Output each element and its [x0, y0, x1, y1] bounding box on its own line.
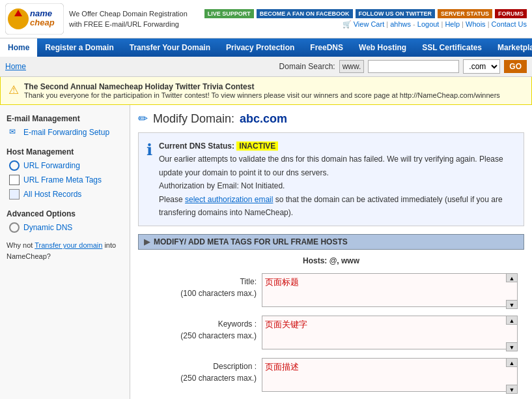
keywords-scroll-down[interactable]: ▼ — [506, 342, 518, 351]
section-header-label: MODIFY/ ADD META TAGS FOR URL FRAME HOST… — [154, 237, 348, 246]
nav-home[interactable]: Home — [0, 38, 37, 57]
alert-body: Thank you everyone for the participation… — [24, 91, 500, 99]
header-tagline: We Offer Cheap Domain Registration with … — [69, 8, 188, 30]
advanced-section-title: Advanced Options — [0, 205, 130, 220]
alert-title: The Second Annual Namecheap Holiday Twit… — [24, 82, 254, 91]
section-arrow-icon: ▶ — [144, 237, 150, 246]
description-label: Description : (250 characters max.) — [145, 358, 262, 384]
help-link[interactable]: Help — [445, 20, 460, 28]
title-row: Title: (100 characters max.) 页面标题 ▲ ▼ — [145, 273, 518, 309]
user-link[interactable]: ahhws — [390, 20, 411, 28]
dns-status-value: INACTIVE — [236, 141, 278, 151]
search-input[interactable] — [368, 60, 459, 73]
keywords-label: Keywords : (250 characters max.) — [145, 316, 262, 342]
dns-info-icon: ℹ — [147, 141, 152, 159]
alert-icon: ⚠ — [8, 83, 19, 97]
edit-icon: ✏ — [138, 111, 148, 126]
server-status-btn[interactable]: SERVER STATUS — [438, 9, 492, 18]
nav-privacy[interactable]: Privacy Protection — [218, 38, 302, 57]
sidebar-item-email-forwarding[interactable]: ✉ E-mail Forwarding Setup — [0, 125, 130, 140]
sidebar: E-mail Management ✉ E-mail Forwarding Se… — [0, 105, 130, 399]
title-label: Title: (100 characters max.) — [145, 273, 262, 299]
navbar: Home Register a Domain Transfer Your Dom… — [0, 38, 532, 57]
host-section-title: Host Management — [0, 143, 130, 158]
forums-btn[interactable]: FORUMS — [495, 9, 527, 18]
hosts-value: @, www — [329, 256, 359, 265]
title-field: 页面标题 ▲ ▼ — [262, 273, 518, 309]
sidebar-item-all-host-records[interactable]: All Host Records — [0, 187, 130, 201]
sidebar-item-dynamic-dns[interactable]: Dynamic DNS — [0, 220, 130, 235]
svg-text:name: name — [30, 8, 52, 18]
header-icons: LIVE SUPPORT BECOME A FAN ON FACEBOOK FO… — [204, 9, 527, 18]
content-area: ✏ Modify Domain: abc.com ℹ Current DNS S… — [130, 105, 532, 399]
nav-ssl[interactable]: SSL Certificates — [414, 38, 490, 57]
form-area: Hosts: @, www Title: (100 characters max… — [138, 256, 524, 394]
description-scrollbar: ▲ ▼ — [506, 358, 518, 394]
search-prefix: www. — [339, 60, 365, 73]
select-auth-email-link[interactable]: select authorization email — [185, 195, 273, 204]
dns-body-text: Our earlier attempts to validate the dns… — [159, 153, 516, 179]
facebook-btn[interactable]: BECOME A FAN ON FACEBOOK — [257, 9, 353, 18]
all-host-records-icon — [9, 189, 20, 200]
search-extension[interactable]: .com .net .org — [463, 59, 500, 74]
title-scroll-down[interactable]: ▼ — [506, 300, 518, 309]
email-forwarding-icon: ✉ — [9, 127, 20, 138]
breadcrumb-home[interactable]: Home — [5, 62, 26, 71]
nav-marketplace[interactable]: Marketplace — [490, 38, 532, 57]
auth-value: Not Initiated. — [241, 181, 285, 190]
url-forwarding-icon — [9, 160, 20, 171]
title-textarea[interactable]: 页面标题 — [262, 273, 518, 307]
logo: name cheap — [5, 3, 64, 35]
url-frame-icon — [9, 175, 20, 185]
meta-tags-section-header[interactable]: ▶ MODIFY/ ADD META TAGS FOR URL FRAME HO… — [138, 234, 524, 250]
whois-link[interactable]: Whois — [466, 20, 486, 28]
search-label: Domain Search: — [279, 62, 335, 71]
nav-freedns[interactable]: FreeDNS — [302, 38, 351, 57]
sidebar-item-url-frame[interactable]: URL Frame Meta Tags — [0, 173, 130, 187]
twitter-btn[interactable]: FOLLOW US ON TWITTER — [356, 9, 435, 18]
page-title: ✏ Modify Domain: abc.com — [138, 111, 524, 126]
transfer-domain-link[interactable]: Transfer your domain — [35, 241, 102, 249]
description-scroll-down[interactable]: ▼ — [506, 385, 518, 394]
search-go-button[interactable]: GO — [504, 60, 527, 73]
live-support-btn[interactable]: LIVE SUPPORT — [204, 9, 254, 18]
alert-text: The Second Annual Namecheap Holiday Twit… — [24, 82, 500, 99]
dns-status-label: Current DNS Status: — [159, 141, 234, 151]
keywords-scroll-up[interactable]: ▲ — [506, 316, 518, 325]
logo-area: name cheap We Offer Cheap Domain Registr… — [5, 3, 188, 35]
hosts-row: Hosts: @, www — [145, 256, 518, 265]
nav-transfer[interactable]: Transfer Your Domain — [122, 38, 218, 57]
auth-note-prefix: Please — [159, 195, 185, 204]
view-cart-link[interactable]: View Cart — [354, 20, 384, 28]
title-scroll-up[interactable]: ▲ — [506, 273, 518, 282]
title-scrollbar: ▲ ▼ — [506, 273, 518, 309]
nav-register[interactable]: Register a Domain — [37, 38, 121, 57]
icon-cart: 🛒 — [343, 20, 352, 28]
auth-label: Authorization by Email: — [159, 181, 239, 190]
logout-link[interactable]: Logout — [417, 20, 440, 28]
svg-text:cheap: cheap — [30, 18, 55, 27]
description-textarea[interactable]: 页面描述 — [262, 358, 518, 392]
alert-banner: ⚠ The Second Annual Namecheap Holiday Tw… — [0, 77, 532, 105]
header: name cheap We Offer Cheap Domain Registr… — [0, 0, 532, 38]
dynamic-dns-icon — [9, 222, 20, 233]
contact-us-link[interactable]: Contact Us — [492, 20, 527, 28]
keywords-scrollbar: ▲ ▼ — [506, 316, 518, 351]
description-scroll-up[interactable]: ▲ — [506, 358, 518, 367]
sidebar-note: Why not Transfer your domain into NameCh… — [0, 235, 130, 267]
nav-webhosting[interactable]: Web Hosting — [351, 38, 414, 57]
description-field: 页面描述 ▲ ▼ — [262, 358, 518, 394]
header-right: LIVE SUPPORT BECOME A FAN ON FACEBOOK FO… — [204, 9, 527, 29]
keywords-textarea[interactable]: 页面关键字 — [262, 316, 518, 349]
sidebar-item-url-forwarding[interactable]: URL Forwarding — [0, 158, 130, 173]
main-layout: E-mail Management ✉ E-mail Forwarding Se… — [0, 105, 532, 399]
domain-name: abc.com — [240, 112, 287, 126]
description-row: Description : (250 characters max.) 页面描述… — [145, 358, 518, 394]
dns-status-box: ℹ Current DNS Status: INACTIVE Our earli… — [138, 132, 524, 226]
header-links: 🛒 View Cart | ahhws - Logout | Help | Wh… — [343, 20, 527, 29]
keywords-row: Keywords : (250 characters max.) 页面关键字 ▲… — [145, 316, 518, 351]
search-bar: Home Domain Search: www. .com .net .org … — [0, 57, 532, 77]
hosts-label: Hosts: — [303, 256, 327, 265]
email-section-title: E-mail Management — [0, 110, 130, 125]
modify-domain-prefix: Modify Domain: — [153, 112, 234, 126]
